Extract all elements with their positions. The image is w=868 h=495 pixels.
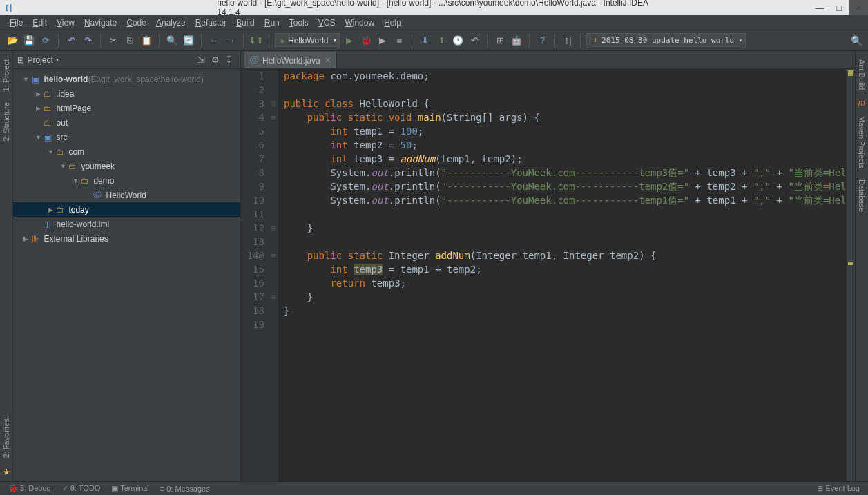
window-title: hello-world - [E:\git_work_space\hello-w… — [217, 0, 651, 17]
tool-maven[interactable]: Maven Projects — [856, 110, 867, 174]
find-icon[interactable]: 🔍 — [165, 34, 179, 48]
tool-project[interactable]: 1: Project — [1, 54, 12, 97]
replace-icon[interactable]: 🔄 — [182, 34, 195, 48]
tool-structure[interactable]: 2: Structure — [1, 97, 12, 147]
menu-navigate[interactable]: Navigate — [80, 17, 121, 29]
bottom-tool-bar: 🐞 5: Debug ✓ 6: TODO ▣ Terminal ≡ 0: Mes… — [0, 481, 868, 495]
menu-run[interactable]: Run — [260, 17, 284, 29]
tree-node-com[interactable]: ▼🗀com — [13, 144, 240, 159]
stop-icon[interactable]: ■ — [392, 34, 406, 48]
tree-node-external-libraries[interactable]: ▶⊪External Libraries — [13, 231, 240, 246]
maven-icon: m — [856, 95, 868, 110]
code-content[interactable]: package com.youmeek.demo;public class He… — [278, 69, 847, 481]
cut-icon[interactable]: ✂ — [106, 34, 120, 48]
folder-blue-icon: ▣ — [42, 133, 53, 142]
vcs-revert-icon[interactable]: ↶ — [467, 34, 481, 48]
folder-icon: 🗀 — [42, 104, 53, 113]
help-icon[interactable]: ? — [535, 34, 549, 48]
java-icon: Ⓒ — [92, 189, 103, 201]
close-tab-icon[interactable]: ✕ — [325, 56, 331, 65]
redo-icon[interactable]: ↷ — [81, 34, 95, 48]
make-icon[interactable]: ⬇⬆ — [249, 34, 263, 48]
folder-icon: 🗀 — [79, 176, 90, 186]
editor-tabs: Ⓒ HelloWorld.java ✕ — [241, 51, 855, 69]
tool-todo[interactable]: ✓ 6: TODO — [62, 484, 101, 493]
menu-help[interactable]: Help — [380, 17, 405, 29]
editor-tab-helloworld[interactable]: Ⓒ HelloWorld.java ✕ — [244, 52, 337, 68]
tool-database[interactable]: Database — [856, 174, 867, 217]
run-config-selector[interactable]: ▸ HelloWorld — [275, 33, 340, 48]
tree-node-helloworld[interactable]: ⒸHelloWorld — [13, 188, 240, 202]
line-gutter: 1234567891011121314@1516171819 — [241, 69, 269, 481]
debug-icon[interactable]: 🐞 — [359, 34, 373, 48]
collapse-icon[interactable]: ⇲ — [195, 53, 209, 67]
tool-debug[interactable]: 🐞 5: Debug — [8, 484, 51, 493]
vcs-branch-label: 2015-08-30 update hello world — [601, 36, 734, 45]
menu-tools[interactable]: Tools — [285, 17, 313, 29]
run-icon[interactable]: ▶ — [343, 34, 356, 48]
maximize-button[interactable]: □ — [829, 0, 849, 15]
tool-eventlog[interactable]: ⊟ Event Log — [817, 484, 860, 493]
fold-gutter[interactable]: ⊟⊟⊟⊟⊟ — [269, 69, 278, 481]
tree-node-out[interactable]: 🗀out — [13, 115, 240, 130]
copy-icon[interactable]: ⎘ — [123, 34, 137, 48]
sync-icon[interactable]: ⟳ — [39, 34, 52, 48]
menu-window[interactable]: Window — [340, 17, 378, 29]
minimize-button[interactable]: — — [810, 0, 829, 15]
settings-icon[interactable]: ⚙ — [209, 53, 222, 67]
tree-node-htmlpage[interactable]: ▶🗀htmlPage — [13, 101, 240, 115]
tool-terminal[interactable]: ▣ Terminal — [111, 484, 148, 493]
tool-ant[interactable]: Ant Build — [856, 54, 867, 95]
menu-refactor[interactable]: Refactor — [191, 17, 231, 29]
paste-icon[interactable]: 📋 — [139, 34, 153, 48]
forward-icon[interactable]: → — [224, 34, 238, 48]
open-icon[interactable]: 📂 — [6, 34, 19, 48]
tree-node-today[interactable]: ▶🗀today — [13, 202, 240, 217]
close-button[interactable]: ✕ — [849, 0, 868, 15]
menu-build[interactable]: Build — [232, 17, 259, 29]
folder-icon: 🗀 — [42, 89, 53, 99]
folder-icon: 🗀 — [55, 205, 66, 215]
tree-node-hello-world[interactable]: ▼▣hello-world (E:\git_work_space\hello-w… — [13, 72, 240, 86]
coverage-icon[interactable]: ▶ — [376, 34, 389, 48]
menu-vcs[interactable]: VCS — [314, 17, 340, 29]
run-config-label: HelloWorld — [288, 36, 328, 46]
tree-node-hello-world-iml[interactable]: ⫿|hello-world.iml — [13, 217, 240, 231]
menu-view[interactable]: View — [52, 17, 79, 29]
editor-tab-label: HelloWorld.java — [262, 56, 320, 66]
folder-blue-icon: ▣ — [30, 75, 41, 84]
menu-analyze[interactable]: Analyze — [152, 17, 190, 29]
idea-icon[interactable]: ⫿| — [561, 34, 575, 48]
tree-node--idea[interactable]: ▶🗀.idea — [13, 86, 240, 101]
java-icon: Ⓒ — [250, 55, 258, 66]
tree-node-src[interactable]: ▼▣src — [13, 130, 240, 144]
back-icon[interactable]: ← — [207, 34, 221, 48]
project-tree[interactable]: ▼▣hello-world (E:\git_work_space\hello-w… — [13, 69, 240, 481]
android-icon[interactable]: 🤖 — [510, 34, 523, 48]
folder-icon: 🗀 — [55, 147, 66, 157]
vcs-update-icon[interactable]: ⬇ — [418, 34, 432, 48]
tree-node-youmeek[interactable]: ▼🗀youmeek — [13, 159, 240, 173]
vcs-commit-icon[interactable]: ⬆ — [434, 34, 448, 48]
save-all-icon[interactable]: 💾 — [22, 34, 36, 48]
lib-icon: ⊪ — [30, 234, 41, 244]
project-tool-window: ⊞ Project ▾ ⇲ ⚙ ↧ ▼▣hello-world (E:\git_… — [13, 51, 241, 481]
window-titlebar: ⫿| hello-world - [E:\git_work_space\hell… — [0, 0, 868, 15]
tool-favorites[interactable]: 2: Favorites — [1, 413, 12, 463]
folder-icon: 🗀 — [42, 118, 53, 128]
structure-icon[interactable]: ⊞ — [493, 34, 507, 48]
undo-icon[interactable]: ↶ — [64, 34, 78, 48]
left-tool-gutter: 1: Project 2: Structure 2: Favorites ★ — [0, 51, 13, 481]
hide-icon[interactable]: ↧ — [222, 53, 236, 67]
search-everywhere-icon[interactable]: 🔍 — [851, 35, 862, 46]
tree-node-demo[interactable]: ▼🗀demo — [13, 173, 240, 188]
project-header-title: Project — [27, 55, 52, 65]
menu-file[interactable]: File — [6, 17, 27, 29]
tool-messages[interactable]: ≡ 0: Messages — [160, 485, 210, 493]
main-area: 1: Project 2: Structure 2: Favorites ★ ⊞… — [0, 51, 868, 481]
menu-code[interactable]: Code — [122, 17, 151, 29]
vcs-history-icon[interactable]: 🕐 — [451, 34, 465, 48]
vcs-branch-selector[interactable]: ⬇ 2015-08-30 update hello world — [586, 33, 746, 48]
menu-edit[interactable]: Edit — [28, 17, 51, 29]
editor-body[interactable]: 1234567891011121314@1516171819 ⊟⊟⊟⊟⊟ pac… — [241, 69, 855, 481]
